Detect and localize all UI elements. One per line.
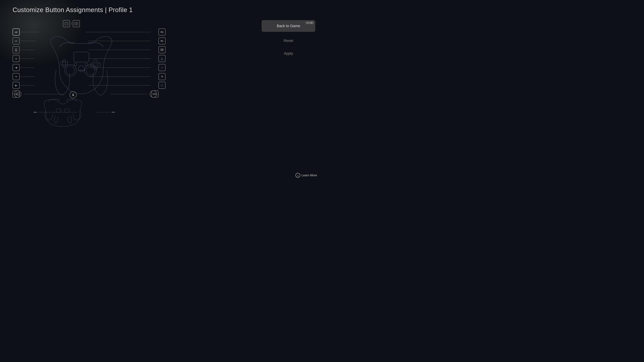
dpad-right-button[interactable]: ▶ (12, 82, 20, 89)
back-left-area (34, 112, 77, 112)
svg-point-13 (85, 63, 88, 66)
svg-point-2 (66, 66, 75, 75)
svg-point-8 (97, 63, 100, 66)
controller-diagram: / L2 L1 (12, 20, 158, 124)
svg-rect-5 (63, 59, 66, 67)
svg-point-14 (78, 70, 79, 71)
svg-point-12 (74, 63, 77, 66)
back-left-indicator (34, 112, 37, 112)
back-to-game-button[interactable]: Fn+ Back to Game (262, 20, 315, 32)
reset-label: Reset (284, 38, 293, 43)
svg-point-17 (84, 70, 84, 71)
touchpad-label: / (63, 20, 80, 27)
l3-button[interactable]: L3 (12, 90, 20, 97)
circle-line (89, 67, 151, 68)
page-title: Customize Button Assignments | Profile 1 (12, 6, 133, 13)
slash-separator: / (71, 22, 72, 25)
svg-point-9 (94, 66, 97, 69)
triangle-button[interactable]: △ (158, 55, 166, 62)
r3-area[interactable]: R3 / (110, 90, 158, 97)
reset-button[interactable]: Reset (262, 35, 315, 46)
lv-button[interactable] (12, 46, 20, 53)
svg-rect-31 (64, 109, 69, 112)
learn-more-area[interactable]: △ Learn More (296, 173, 317, 178)
l3-line (24, 94, 64, 94)
fn-badge: Fn+ (306, 21, 314, 24)
triangle-line (89, 58, 151, 59)
learn-more-label: Learn More (302, 174, 317, 177)
svg-rect-0 (74, 52, 89, 62)
dpad-up-line (20, 58, 34, 59)
r3-button[interactable]: R3 (152, 90, 158, 97)
svg-rect-18 (65, 22, 68, 25)
l3-area[interactable]: L3 / (12, 90, 64, 97)
svg-point-15 (80, 70, 81, 71)
svg-point-16 (82, 70, 82, 71)
r3-line (110, 94, 148, 94)
apply-button[interactable]: Apply (262, 48, 315, 59)
svg-rect-30 (56, 109, 61, 112)
r1-button[interactable]: R1 (158, 37, 166, 44)
cross-button[interactable]: ✕ (158, 73, 166, 80)
learn-more-icon: △ (296, 173, 300, 178)
back-right-indicator (112, 112, 115, 112)
circle-button[interactable]: ○ (158, 64, 166, 71)
svg-point-7 (94, 59, 97, 63)
l2-line (20, 32, 39, 32)
r2-line (85, 32, 151, 32)
svg-point-20 (76, 23, 77, 24)
dpad-up-button[interactable]: ▲ (12, 55, 20, 62)
dpad-right-line (20, 85, 34, 85)
options-line (89, 50, 151, 50)
dpad-left-button[interactable]: ◀ (12, 64, 20, 71)
lv-line (20, 50, 34, 50)
side-panel: Fn+ Back to Game Reset Apply (262, 20, 315, 59)
touchpad-icon-1 (63, 20, 70, 27)
dpad-down-button[interactable]: ▼ (12, 73, 20, 80)
svg-point-11 (78, 66, 84, 72)
back-to-game-label: Back to Game (277, 24, 300, 28)
touchpad-icon-2 (73, 20, 80, 27)
options-button[interactable] (158, 46, 166, 53)
square-button[interactable]: □ (158, 82, 166, 89)
back-right-area (96, 112, 115, 112)
apply-label: Apply (284, 51, 293, 55)
l1-button[interactable]: L1 (12, 37, 20, 44)
svg-rect-6 (61, 62, 68, 65)
square-line (89, 85, 151, 85)
dpad-left-line (20, 67, 34, 68)
l2-button[interactable]: L2 (12, 28, 20, 35)
r2-button[interactable]: R2 (158, 28, 166, 35)
svg-rect-21 (16, 48, 17, 50)
